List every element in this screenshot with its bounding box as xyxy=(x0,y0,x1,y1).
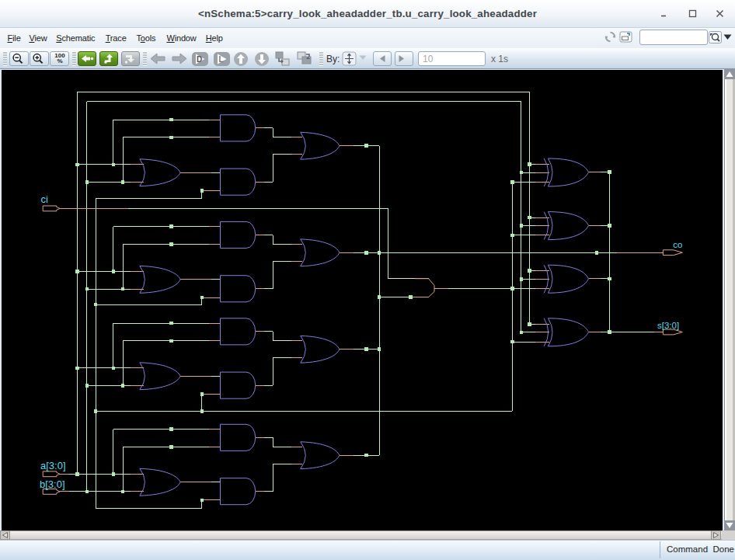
svg-text:s[3:0]: s[3:0] xyxy=(657,321,679,330)
svg-text:ci: ci xyxy=(41,193,49,205)
svg-text:D: D xyxy=(197,55,202,64)
svg-text:b[3:0]: b[3:0] xyxy=(40,478,65,490)
svg-text:L: L xyxy=(219,55,224,64)
svg-text:a[3:0]: a[3:0] xyxy=(40,460,66,471)
svg-text:co: co xyxy=(673,240,682,249)
